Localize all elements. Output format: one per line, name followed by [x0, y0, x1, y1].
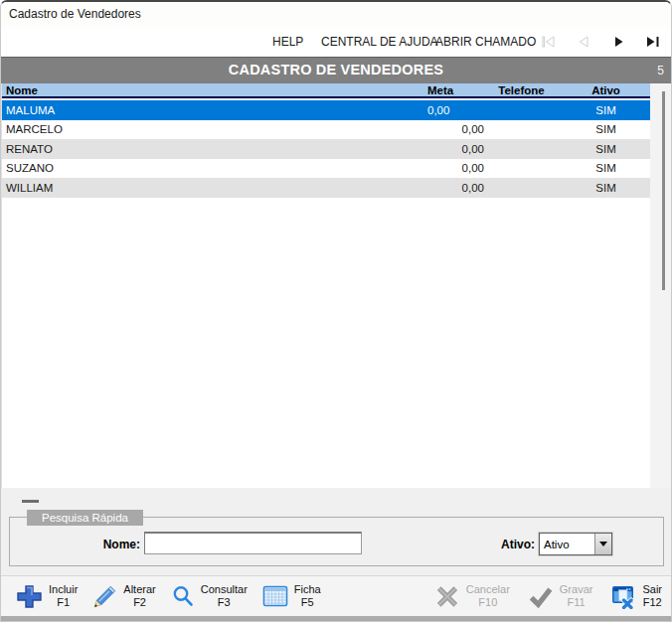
ativo-dropdown-value: Ativo [540, 539, 594, 550]
sair-button[interactable]: Sair F12 [607, 581, 665, 611]
nav-next-record-button[interactable] [608, 33, 630, 51]
incluir-button[interactable]: Incluir F1 [13, 581, 81, 611]
column-header-nome[interactable]: Nome [2, 84, 420, 96]
app-window: Cadastro de Vendedores HELP CENTRAL DE A… [0, 0, 672, 622]
cell-nome: RENATO [2, 143, 420, 155]
menu-abrir-chamado[interactable]: ABRIR CHAMADO [435, 33, 536, 51]
grid-column-header-row: Nome Meta Telefone Ativo [2, 83, 653, 98]
x-icon [434, 584, 460, 609]
first-record-icon [542, 36, 556, 48]
cell-ativo: SIM [559, 104, 653, 116]
magnifier-icon [171, 584, 195, 608]
nome-search-input[interactable] [144, 532, 362, 554]
cell-meta: 0,00 [420, 162, 484, 174]
button-label: Cancelar [466, 583, 510, 596]
chevron-down-icon [599, 542, 607, 546]
next-record-icon [613, 36, 625, 48]
dropdown-arrow-button[interactable] [594, 534, 611, 554]
table-row[interactable]: RENATO 0,00 SIM [2, 139, 653, 159]
last-record-icon [646, 36, 660, 48]
alterar-button[interactable]: Alterar F2 [89, 581, 158, 611]
window-title: Cadastro de Vendedores [9, 7, 141, 21]
previous-record-icon [578, 36, 589, 48]
nav-first-record-button[interactable] [538, 33, 560, 51]
cell-meta: 0,00 [420, 182, 484, 194]
toolbar-right-group: Cancelar F10 Gravar F11 [431, 581, 671, 611]
data-grid: Nome Meta Telefone Ativo MALUMA 0,00 SIM… [1, 83, 652, 488]
grid-title: CADASTRO DE VENDEDORES [1, 62, 671, 78]
column-header-ativo[interactable]: Ativo [559, 84, 653, 96]
cell-nome: WILLIAM [2, 182, 420, 194]
cell-nome: SUZANO [2, 162, 420, 174]
button-label: Ficha [294, 583, 321, 596]
gravar-button[interactable]: Gravar F11 [525, 581, 596, 611]
table-row-selected[interactable]: MALUMA 0,00 SIM [2, 100, 653, 120]
button-hotkey: F12 [643, 596, 662, 609]
ativo-dropdown[interactable]: Ativo [539, 533, 612, 555]
top-menubar: HELP CENTRAL DE AJUDA ABRIR CHAMADO [1, 27, 671, 57]
cell-ativo: SIM [559, 182, 653, 194]
exit-window-icon [610, 584, 636, 609]
button-hotkey: F3 [218, 596, 231, 609]
button-hotkey: F5 [301, 596, 314, 609]
cancelar-button[interactable]: Cancelar F10 [431, 581, 513, 611]
table-row[interactable]: MARCELO 0,00 SIM [2, 120, 653, 140]
ativo-field-label: Ativo: [485, 538, 535, 551]
column-header-telefone[interactable]: Telefone [484, 84, 559, 96]
button-label: Consultar [201, 583, 248, 596]
vertical-scrollbar[interactable] [650, 83, 671, 488]
title-bar: Cadastro de Vendedores [1, 2, 671, 27]
grid-header-bar: CADASTRO DE VENDEDORES 5 [1, 57, 671, 83]
bottom-toolbar: Incluir F1 Alterar F2 [1, 575, 671, 616]
scrollbar-thumb[interactable] [662, 91, 665, 290]
menu-help[interactable]: HELP [272, 33, 303, 51]
splitter-handle[interactable] [22, 500, 39, 503]
button-hotkey: F1 [57, 596, 70, 609]
nav-last-record-button[interactable] [642, 33, 664, 51]
check-icon [528, 584, 554, 609]
consultar-button[interactable]: Consultar F3 [168, 581, 251, 611]
grid-rows: MALUMA 0,00 SIM MARCELO 0,00 SIM RENATO … [2, 100, 653, 198]
button-hotkey: F11 [568, 596, 586, 609]
groupbox-label: Pesquisa Rápida [27, 510, 143, 526]
window-bottom-edge [1, 616, 671, 622]
cell-meta: 0,00 [420, 104, 484, 116]
cell-meta: 0,00 [420, 123, 484, 135]
pencil-icon [92, 584, 117, 609]
button-label: Incluir [49, 583, 78, 596]
button-hotkey: F2 [133, 596, 146, 609]
button-label: Gravar [560, 583, 593, 596]
menu-central-de-ajuda[interactable]: CENTRAL DE AJUDA [321, 33, 438, 51]
plus-icon [16, 584, 43, 609]
nav-previous-record-button[interactable] [573, 33, 594, 51]
cell-ativo: SIM [559, 123, 653, 135]
record-count-badge: 5 [657, 64, 664, 78]
cell-nome: MARCELO [2, 123, 420, 135]
toolbar-left-group: Incluir F1 Alterar F2 [1, 581, 324, 611]
cell-nome: MALUMA [2, 104, 420, 116]
cell-meta: 0,00 [420, 143, 484, 155]
cell-ativo: SIM [559, 162, 653, 174]
ficha-button[interactable]: Ficha F5 [259, 581, 324, 611]
button-label: Alterar [123, 583, 155, 596]
cell-ativo: SIM [559, 143, 653, 155]
button-label: Sair [642, 583, 662, 596]
column-header-meta[interactable]: Meta [420, 84, 484, 96]
table-row[interactable]: SUZANO 0,00 SIM [2, 159, 653, 179]
table-row[interactable]: WILLIAM 0,00 SIM [2, 178, 653, 198]
grid-sheet-icon [262, 584, 288, 608]
nome-field-label: Nome: [95, 538, 140, 551]
button-hotkey: F10 [478, 596, 497, 609]
